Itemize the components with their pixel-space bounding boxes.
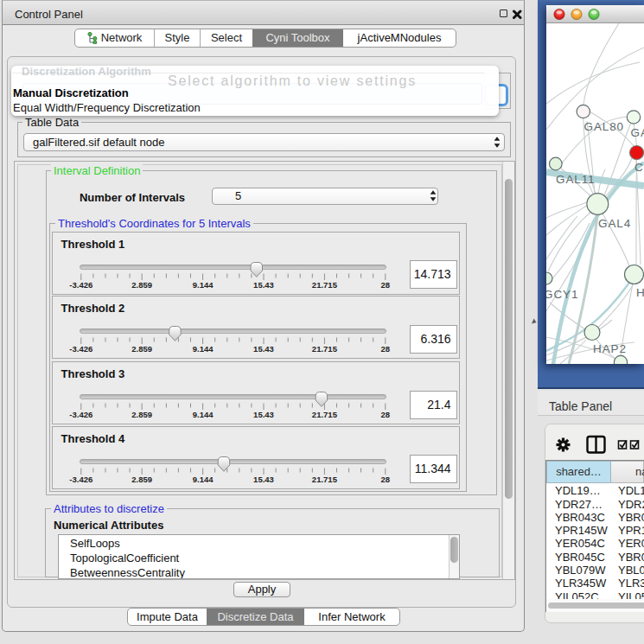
svg-text:15.43: 15.43 (253, 344, 274, 354)
svg-text:GAL11: GAL11 (556, 173, 596, 186)
svg-text:21.715: 21.715 (311, 344, 337, 354)
svg-text:2.859: 2.859 (131, 344, 152, 354)
svg-text:9.144: 9.144 (192, 280, 213, 290)
svg-text:15.43: 15.43 (253, 410, 274, 419)
svg-text:GAL4: GAL4 (598, 217, 631, 230)
svg-text:15.43: 15.43 (253, 475, 274, 484)
svg-text:28: 28 (380, 344, 390, 354)
svg-text:21.715: 21.715 (311, 280, 337, 290)
svg-text:-3.426: -3.426 (69, 475, 92, 484)
svg-text:9.144: 9.144 (192, 344, 213, 354)
svg-text:GAL80: GAL80 (584, 120, 625, 133)
svg-text:HAP2: HAP2 (593, 342, 627, 355)
svg-text:28: 28 (380, 475, 390, 484)
svg-text:21.715: 21.715 (311, 475, 337, 484)
svg-text:2.859: 2.859 (131, 280, 152, 290)
svg-text:GAL3: GAL3 (631, 126, 644, 139)
svg-text:28: 28 (380, 280, 390, 290)
svg-text:2.859: 2.859 (131, 475, 152, 484)
svg-text:2.859: 2.859 (131, 410, 152, 419)
svg-text:21.715: 21.715 (311, 410, 337, 419)
svg-text:9.144: 9.144 (192, 475, 213, 484)
svg-text:HIS4: HIS4 (636, 286, 644, 299)
svg-text:28: 28 (380, 410, 390, 419)
svg-text:GCY1: GCY1 (546, 288, 578, 301)
svg-text:-3.426: -3.426 (69, 344, 92, 354)
svg-text:9.144: 9.144 (192, 410, 213, 419)
svg-text:15.43: 15.43 (253, 280, 274, 290)
svg-text:-3.426: -3.426 (69, 410, 92, 419)
svg-text:CYC8: CYC8 (634, 161, 644, 174)
svg-text:-3.426: -3.426 (69, 280, 92, 290)
